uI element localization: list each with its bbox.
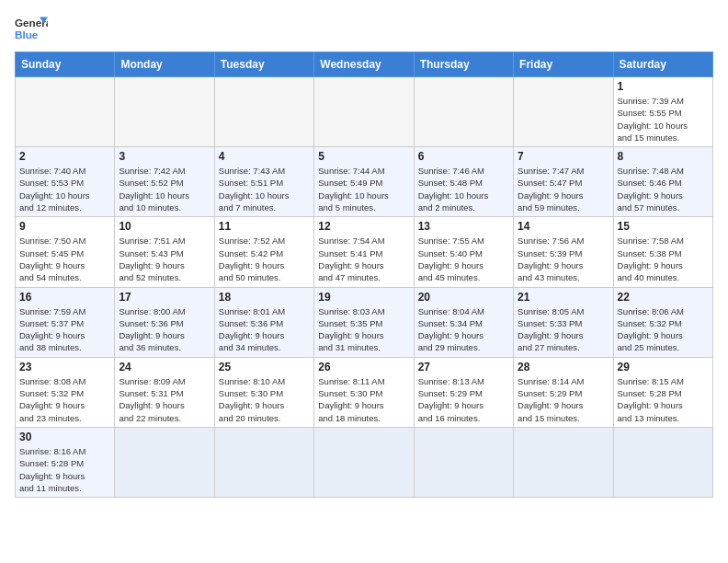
day-info: Sunrise: 7:39 AM Sunset: 5:55 PM Dayligh…	[618, 95, 709, 144]
svg-text:Blue: Blue	[15, 29, 39, 40]
day-info: Sunrise: 7:48 AM Sunset: 5:46 PM Dayligh…	[618, 165, 709, 213]
header: General Blue	[15, 15, 713, 42]
day-number: 17	[119, 291, 210, 304]
day-number: 24	[119, 361, 210, 373]
calendar-cell: 14Sunrise: 7:56 AM Sunset: 5:39 PM Dayli…	[514, 217, 613, 287]
calendar-cell	[514, 77, 613, 147]
day-number: 2	[19, 150, 110, 163]
day-info: Sunrise: 7:54 AM Sunset: 5:41 PM Dayligh…	[318, 235, 409, 283]
logo: General Blue	[15, 15, 48, 42]
day-info: Sunrise: 8:05 AM Sunset: 5:33 PM Dayligh…	[518, 305, 609, 354]
calendar-header-row: SundayMondayTuesdayWednesdayThursdayFrid…	[16, 52, 713, 77]
day-info: Sunrise: 7:59 AM Sunset: 5:37 PM Dayligh…	[19, 305, 110, 354]
day-info: Sunrise: 7:43 AM Sunset: 5:51 PM Dayligh…	[219, 165, 310, 213]
calendar-cell: 6Sunrise: 7:46 AM Sunset: 5:48 PM Daylig…	[414, 147, 513, 217]
day-info: Sunrise: 8:01 AM Sunset: 5:36 PM Dayligh…	[219, 305, 310, 354]
day-number: 1	[618, 80, 709, 93]
day-number: 21	[518, 291, 609, 304]
calendar-cell: 15Sunrise: 7:58 AM Sunset: 5:38 PM Dayli…	[613, 217, 712, 287]
day-number: 8	[618, 150, 709, 163]
calendar-cell: 16Sunrise: 7:59 AM Sunset: 5:37 PM Dayli…	[16, 287, 115, 357]
day-info: Sunrise: 7:51 AM Sunset: 5:43 PM Dayligh…	[119, 235, 210, 283]
calendar-cell: 4Sunrise: 7:43 AM Sunset: 5:51 PM Daylig…	[214, 147, 313, 217]
calendar-cell: 10Sunrise: 7:51 AM Sunset: 5:43 PM Dayli…	[115, 217, 214, 287]
calendar-cell	[214, 77, 313, 147]
day-number: 27	[418, 361, 509, 373]
day-number: 16	[19, 291, 110, 304]
day-info: Sunrise: 8:13 AM Sunset: 5:29 PM Dayligh…	[418, 375, 509, 424]
calendar-cell: 18Sunrise: 8:01 AM Sunset: 5:36 PM Dayli…	[214, 287, 313, 357]
calendar-cell	[414, 427, 513, 497]
day-number: 26	[318, 361, 409, 373]
calendar-cell: 12Sunrise: 7:54 AM Sunset: 5:41 PM Dayli…	[314, 217, 414, 287]
calendar-cell	[214, 427, 313, 497]
calendar-cell	[613, 427, 712, 497]
calendar-cell	[514, 427, 613, 497]
column-header-saturday: Saturday	[613, 52, 712, 77]
calendar-cell: 2Sunrise: 7:40 AM Sunset: 5:53 PM Daylig…	[16, 147, 115, 217]
day-info: Sunrise: 7:46 AM Sunset: 5:48 PM Dayligh…	[418, 165, 509, 213]
calendar-cell	[115, 427, 214, 497]
calendar-week-row: 9Sunrise: 7:50 AM Sunset: 5:45 PM Daylig…	[16, 217, 713, 287]
calendar-cell: 5Sunrise: 7:44 AM Sunset: 5:49 PM Daylig…	[314, 147, 414, 217]
day-number: 30	[19, 431, 110, 443]
calendar-week-row: 23Sunrise: 8:08 AM Sunset: 5:32 PM Dayli…	[16, 357, 713, 427]
column-header-thursday: Thursday	[414, 52, 513, 77]
day-info: Sunrise: 8:03 AM Sunset: 5:35 PM Dayligh…	[318, 305, 409, 354]
day-number: 13	[418, 220, 509, 233]
calendar-cell	[314, 427, 414, 497]
calendar-cell: 20Sunrise: 8:04 AM Sunset: 5:34 PM Dayli…	[414, 287, 513, 357]
calendar-cell: 26Sunrise: 8:11 AM Sunset: 5:30 PM Dayli…	[314, 357, 414, 427]
day-info: Sunrise: 7:44 AM Sunset: 5:49 PM Dayligh…	[318, 165, 409, 213]
calendar-cell: 28Sunrise: 8:14 AM Sunset: 5:29 PM Dayli…	[514, 357, 613, 427]
day-number: 18	[219, 291, 310, 304]
day-number: 29	[618, 361, 709, 373]
day-number: 28	[518, 361, 609, 373]
day-number: 14	[518, 220, 609, 233]
column-header-sunday: Sunday	[16, 52, 115, 77]
calendar-cell: 1Sunrise: 7:39 AM Sunset: 5:55 PM Daylig…	[613, 77, 712, 147]
calendar-cell	[314, 77, 414, 147]
day-number: 7	[518, 150, 609, 163]
day-number: 20	[418, 291, 509, 304]
calendar-week-row: 30Sunrise: 8:16 AM Sunset: 5:28 PM Dayli…	[16, 427, 713, 497]
calendar-cell: 19Sunrise: 8:03 AM Sunset: 5:35 PM Dayli…	[314, 287, 414, 357]
calendar-cell: 24Sunrise: 8:09 AM Sunset: 5:31 PM Dayli…	[115, 357, 214, 427]
column-header-tuesday: Tuesday	[214, 52, 313, 77]
day-info: Sunrise: 8:00 AM Sunset: 5:36 PM Dayligh…	[119, 305, 210, 354]
day-info: Sunrise: 8:16 AM Sunset: 5:28 PM Dayligh…	[19, 445, 110, 494]
day-info: Sunrise: 8:11 AM Sunset: 5:30 PM Dayligh…	[318, 375, 409, 424]
day-info: Sunrise: 7:58 AM Sunset: 5:38 PM Dayligh…	[618, 235, 709, 283]
day-info: Sunrise: 7:40 AM Sunset: 5:53 PM Dayligh…	[19, 165, 110, 213]
calendar-cell: 21Sunrise: 8:05 AM Sunset: 5:33 PM Dayli…	[514, 287, 613, 357]
day-info: Sunrise: 8:09 AM Sunset: 5:31 PM Dayligh…	[119, 375, 210, 424]
day-info: Sunrise: 7:42 AM Sunset: 5:52 PM Dayligh…	[119, 165, 210, 213]
calendar-week-row: 16Sunrise: 7:59 AM Sunset: 5:37 PM Dayli…	[16, 287, 713, 357]
day-info: Sunrise: 7:50 AM Sunset: 5:45 PM Dayligh…	[19, 235, 110, 283]
calendar-week-row: 2Sunrise: 7:40 AM Sunset: 5:53 PM Daylig…	[16, 147, 713, 217]
day-info: Sunrise: 8:04 AM Sunset: 5:34 PM Dayligh…	[418, 305, 509, 354]
column-header-friday: Friday	[514, 52, 613, 77]
day-number: 6	[418, 150, 509, 163]
day-number: 12	[318, 220, 409, 233]
calendar-cell	[414, 77, 513, 147]
calendar-cell: 29Sunrise: 8:15 AM Sunset: 5:28 PM Dayli…	[613, 357, 712, 427]
calendar-cell	[115, 77, 214, 147]
generalblue-logo-icon: General Blue	[15, 15, 48, 42]
column-header-monday: Monday	[115, 52, 214, 77]
day-number: 11	[219, 220, 310, 233]
calendar-cell: 30Sunrise: 8:16 AM Sunset: 5:28 PM Dayli…	[16, 427, 115, 497]
day-number: 4	[219, 150, 310, 163]
calendar-cell: 23Sunrise: 8:08 AM Sunset: 5:32 PM Dayli…	[16, 357, 115, 427]
calendar-cell: 8Sunrise: 7:48 AM Sunset: 5:46 PM Daylig…	[613, 147, 712, 217]
calendar-cell: 17Sunrise: 8:00 AM Sunset: 5:36 PM Dayli…	[115, 287, 214, 357]
day-info: Sunrise: 7:52 AM Sunset: 5:42 PM Dayligh…	[219, 235, 310, 283]
day-number: 9	[19, 220, 110, 233]
day-info: Sunrise: 7:56 AM Sunset: 5:39 PM Dayligh…	[518, 235, 609, 283]
calendar-cell: 3Sunrise: 7:42 AM Sunset: 5:52 PM Daylig…	[115, 147, 214, 217]
day-number: 19	[318, 291, 409, 304]
day-number: 3	[119, 150, 210, 163]
calendar-table: SundayMondayTuesdayWednesdayThursdayFrid…	[15, 52, 713, 498]
day-info: Sunrise: 8:10 AM Sunset: 5:30 PM Dayligh…	[219, 375, 310, 424]
day-info: Sunrise: 7:55 AM Sunset: 5:40 PM Dayligh…	[418, 235, 509, 283]
